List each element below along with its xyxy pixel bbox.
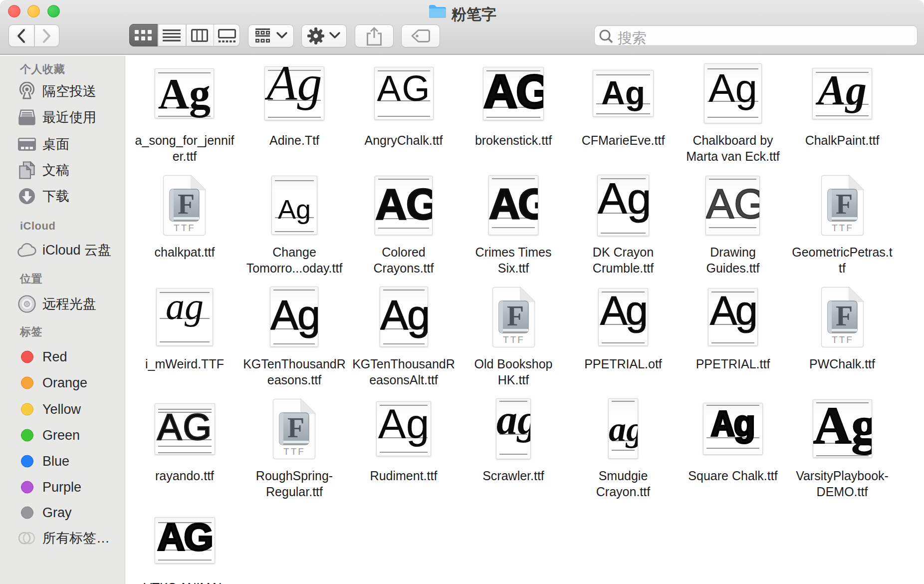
svg-text:F: F [178,189,195,220]
svg-text:TTF: TTF [832,334,854,345]
svg-text:TTF: TTF [832,223,854,233]
svg-text:F: F [836,189,853,220]
svg-text:F: F [836,300,853,331]
svg-text:TTF: TTF [283,446,305,457]
svg-text:F: F [507,300,524,331]
svg-text:TTF: TTF [174,223,196,233]
svg-text:F: F [287,412,304,443]
svg-text:TTF: TTF [503,334,525,345]
